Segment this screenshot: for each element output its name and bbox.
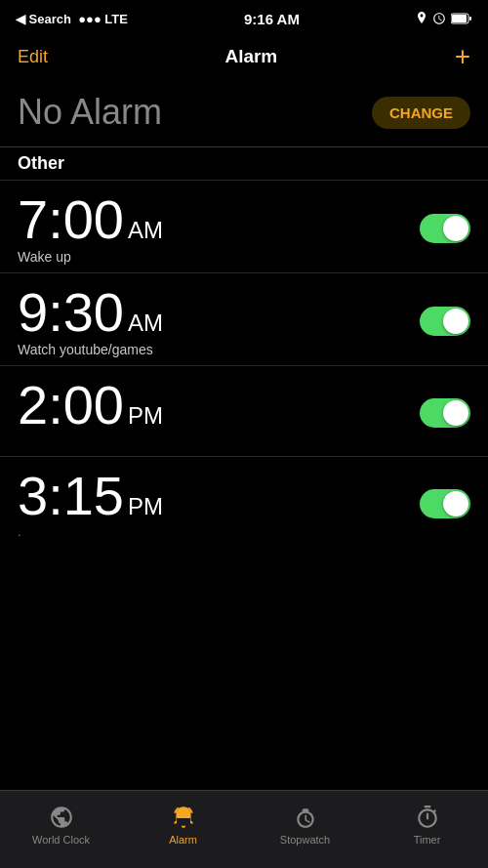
section-title-other: Other — [18, 153, 64, 173]
alarm-ampm-4: PM — [128, 493, 163, 520]
alarm-label-2: Watch youtube/games — [18, 342, 163, 357]
section-other: Other — [0, 146, 488, 180]
page-title: Alarm — [224, 46, 277, 67]
alarm-toggle-2[interactable] — [420, 307, 470, 336]
alarm-ampm-1: AM — [128, 217, 163, 244]
tab-bar: World Clock Alarm Stopwatch Timer — [0, 790, 488, 868]
alarm-time-left-2: 9:30 AM Watch youtube/games — [18, 285, 163, 357]
alarm-sublabel-4: . — [18, 524, 163, 539]
alarm-item-200pm[interactable]: 2:00 PM — [0, 365, 488, 456]
add-alarm-button[interactable]: + — [455, 43, 470, 70]
edit-button[interactable]: Edit — [18, 47, 48, 67]
alarm-toggle-4[interactable] — [420, 489, 470, 518]
alarm-toggle-3[interactable] — [420, 398, 470, 428]
change-button[interactable]: CHANGE — [372, 97, 470, 129]
battery-icon — [451, 13, 472, 24]
alarm-tab-icon — [171, 805, 196, 830]
alarm-icon-status — [432, 12, 446, 25]
no-alarm-row: No Alarm CHANGE — [0, 82, 488, 146]
alarm-ampm-2: AM — [128, 310, 163, 337]
alarm-item-700am[interactable]: 7:00 AM Wake up — [0, 180, 488, 272]
tab-world-clock-label: World Clock — [32, 834, 90, 846]
tab-world-clock[interactable]: World Clock — [22, 805, 101, 846]
alarm-time-main-3: 2:00 — [18, 378, 124, 433]
status-time: 9:16 AM — [244, 11, 300, 27]
svg-rect-1 — [452, 15, 467, 22]
status-carrier: ◀ Search ●●● LTE — [16, 12, 128, 26]
alarm-ampm-3: PM — [128, 402, 163, 430]
alarm-sublabel-3 — [18, 434, 163, 448]
alarm-item-930am[interactable]: 9:30 AM Watch youtube/games — [0, 272, 488, 365]
alarm-time-main-4: 3:15 — [18, 469, 124, 523]
alarm-time-left-4: 3:15 PM . — [18, 469, 163, 539]
tab-timer-label: Timer — [414, 834, 441, 846]
tab-alarm[interactable]: Alarm — [144, 805, 223, 846]
world-clock-icon — [49, 805, 74, 830]
no-alarm-label: No Alarm — [18, 92, 162, 133]
tab-alarm-label: Alarm — [169, 834, 197, 846]
alarm-label-1: Wake up — [18, 249, 163, 265]
tab-timer[interactable]: Timer — [388, 805, 467, 846]
stopwatch-icon — [293, 805, 318, 830]
tab-stopwatch[interactable]: Stopwatch — [266, 805, 345, 846]
nav-bar: Edit Alarm + — [0, 35, 488, 82]
alarm-time-left-3: 2:00 PM — [18, 378, 163, 448]
status-icons — [416, 12, 472, 25]
status-bar: ◀ Search ●●● LTE 9:16 AM — [0, 0, 488, 35]
alarm-time-main-2: 9:30 — [18, 285, 124, 340]
location-icon — [416, 12, 427, 25]
tab-stopwatch-label: Stopwatch — [280, 834, 330, 846]
alarm-time-main-1: 7:00 — [18, 192, 124, 247]
alarm-time-left: 7:00 AM Wake up — [18, 192, 163, 265]
svg-rect-2 — [469, 17, 471, 21]
alarm-toggle-1[interactable] — [420, 214, 470, 243]
alarm-list: 7:00 AM Wake up 9:30 AM Watch youtube/ga… — [0, 180, 488, 547]
timer-icon — [415, 805, 440, 830]
alarm-item-315pm[interactable]: 3:15 PM . — [0, 456, 488, 547]
